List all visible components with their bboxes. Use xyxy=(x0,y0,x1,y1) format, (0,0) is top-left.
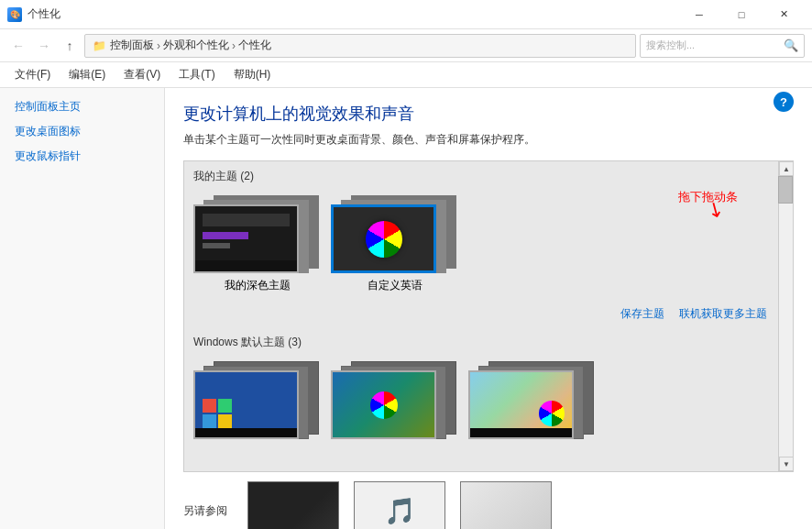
theme-dark-label: 我的深色主题 xyxy=(225,278,291,293)
sidebar-change-mouse-pointer[interactable]: 更改鼠标指针 xyxy=(15,149,149,164)
address-folder-icon: 📁 xyxy=(93,39,106,52)
bottom-thumb-3 xyxy=(460,481,552,529)
small-colorwheel xyxy=(370,391,398,419)
theme-dark-bar3 xyxy=(203,243,230,248)
window-controls: ─ □ ✕ xyxy=(678,0,805,29)
floral-stack xyxy=(468,361,597,444)
back-button[interactable]: ← xyxy=(7,35,29,57)
app-icon: 🎨 xyxy=(7,7,22,22)
search-placeholder: 搜索控制... xyxy=(646,39,780,52)
windows-themes-grid xyxy=(184,356,793,453)
also-ref-label: 另请参阅 xyxy=(183,503,227,519)
menu-file[interactable]: 文件(F) xyxy=(7,63,58,86)
theme-custom-label: 自定义英语 xyxy=(368,278,422,293)
theme-dark-taskbar xyxy=(195,260,297,271)
menu-help[interactable]: 帮助(H) xyxy=(226,63,279,86)
address-sep2: › xyxy=(232,39,236,52)
address-level1: 外观和个性化 xyxy=(163,38,229,53)
floral-taskbar xyxy=(470,428,572,437)
up-button[interactable]: ↑ xyxy=(59,35,81,57)
win10-front xyxy=(193,370,299,439)
win10-stack xyxy=(193,361,322,444)
themes-area: 拖下拖动条 ↘ ▲ ▼ 我的主题 (2) xyxy=(183,160,794,472)
theme-custom-front xyxy=(331,204,436,273)
menu-edit[interactable]: 编辑(E) xyxy=(61,63,113,86)
theme-links: 保存主题 联机获取更多主题 xyxy=(184,303,793,327)
page-title: 更改计算机上的视觉效果和声音 xyxy=(183,103,794,125)
theme-item-dark[interactable]: 我的深色主题 xyxy=(193,195,322,293)
addressbar: ← → ↑ 📁 控制面板 › 外观和个性化 › 个性化 搜索控制... 🔍 xyxy=(0,29,812,62)
theme-item-custom[interactable]: 自定义英语 xyxy=(331,195,459,293)
theme-dark-accent xyxy=(203,232,248,239)
theme-dark-front xyxy=(193,204,299,273)
annotation-text: 拖下拖动条 xyxy=(678,190,738,204)
windows-themes-header: Windows 默认主题 (3) xyxy=(184,327,793,356)
scrollbar-thumb[interactable] xyxy=(778,176,793,204)
window-title: 个性化 xyxy=(27,6,678,22)
scrollbar-down-arrow[interactable]: ▼ xyxy=(779,457,794,471)
address-box[interactable]: 📁 控制面板 › 外观和个性化 › 个性化 xyxy=(84,34,636,58)
address-level2: 个性化 xyxy=(238,38,271,53)
scrollbar-up-arrow[interactable]: ▲ xyxy=(779,161,794,176)
address-sep1: › xyxy=(157,39,160,52)
floral-colorwheel xyxy=(539,401,565,426)
page-description: 单击某个主题可一次性同时更改桌面背景、颜色、声音和屏幕保护程序。 xyxy=(183,132,794,148)
menu-view[interactable]: 查看(V) xyxy=(116,63,168,86)
theme-dark-bar xyxy=(203,214,290,226)
win-logo-tr xyxy=(218,399,232,413)
address-root: 控制面板 xyxy=(110,38,154,53)
theme-custom-stack xyxy=(331,195,459,278)
colorful-stack xyxy=(331,361,459,444)
win-logo xyxy=(203,399,232,428)
my-themes-header: 我的主题 (2) xyxy=(184,161,793,190)
audio-icon: 🎵 xyxy=(384,496,416,526)
win-logo-bl xyxy=(203,414,216,428)
search-icon[interactable]: 🔍 xyxy=(784,39,798,52)
titlebar: 🎨 个性化 ─ □ ✕ xyxy=(0,0,812,29)
menu-tools[interactable]: 工具(T) xyxy=(171,63,222,86)
theme-item-floral[interactable] xyxy=(468,361,597,444)
forward-button[interactable]: → xyxy=(33,35,55,57)
win10-taskbar-bar xyxy=(195,428,297,437)
win-logo-br xyxy=(218,414,232,428)
search-box[interactable]: 搜索控制... 🔍 xyxy=(640,34,805,58)
save-theme-link[interactable]: 保存主题 xyxy=(620,306,664,322)
bottom-thumb-1 xyxy=(247,481,339,529)
maximize-button[interactable]: □ xyxy=(720,0,763,29)
theme-item-colorful[interactable] xyxy=(331,361,459,444)
right-panel: ? 更改计算机上的视觉效果和声音 单击某个主题可一次性同时更改桌面背景、颜色、声… xyxy=(165,88,812,529)
help-button[interactable]: ? xyxy=(774,92,794,112)
theme-item-win10[interactable] xyxy=(193,361,322,444)
win-logo-tl xyxy=(203,399,216,413)
menubar: 文件(F) 编辑(E) 查看(V) 工具(T) 帮助(H) xyxy=(0,62,812,88)
sidebar-change-desktop-icons[interactable]: 更改桌面图标 xyxy=(15,124,149,139)
colorful-front xyxy=(331,370,436,439)
minimize-button[interactable]: ─ xyxy=(678,0,720,29)
floral-front xyxy=(468,370,574,439)
bottom-section: 另请参阅 🎵 xyxy=(183,481,794,529)
scrollbar-track[interactable]: ▲ ▼ xyxy=(778,161,793,471)
bottom-thumb-2: 🎵 xyxy=(354,481,445,529)
theme-dark-stack xyxy=(193,195,322,278)
sidebar: 控制面板主页 更改桌面图标 更改鼠标指针 xyxy=(0,88,165,529)
sidebar-control-panel-home[interactable]: 控制面板主页 xyxy=(15,99,149,115)
main-content: 控制面板主页 更改桌面图标 更改鼠标指针 ? 更改计算机上的视觉效果和声音 单击… xyxy=(0,88,812,529)
get-more-themes-link[interactable]: 联机获取更多主题 xyxy=(679,306,767,322)
annotation: 拖下拖动条 ↘ xyxy=(678,189,738,226)
close-button[interactable]: ✕ xyxy=(763,0,805,29)
colorwheel-icon xyxy=(366,221,402,258)
